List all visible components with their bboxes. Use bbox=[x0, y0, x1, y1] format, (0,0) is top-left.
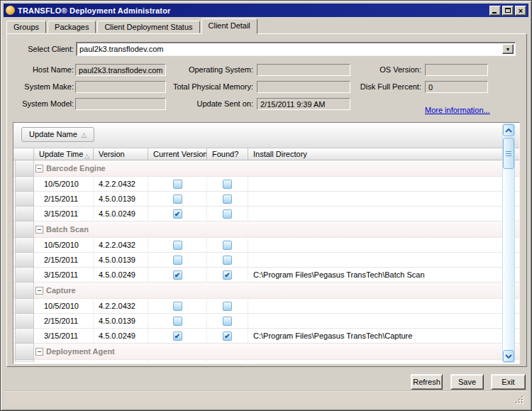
cell-update-time: 3/15/2011 bbox=[34, 329, 94, 343]
table-row[interactable]: 2/15/20114.5.0.0139 bbox=[13, 192, 519, 207]
scroll-up-button[interactable] bbox=[503, 124, 514, 136]
collapse-icon[interactable] bbox=[35, 226, 43, 234]
grid-body: Barcode Engine10/5/20104.2.2.04322/15/20… bbox=[13, 160, 519, 362]
maximize-button[interactable] bbox=[502, 6, 514, 16]
table-row[interactable]: 3/15/20114.5.0.0249✔ bbox=[13, 207, 519, 221]
row-indicator bbox=[15, 283, 34, 299]
group-header-row[interactable]: Batch Scan bbox=[13, 221, 519, 238]
maximize-icon bbox=[505, 8, 511, 13]
cell-install-directory bbox=[248, 314, 505, 328]
cell-update-time: 2/15/2011 bbox=[34, 192, 94, 206]
cell-version: 4.2.2.0432 bbox=[94, 299, 148, 313]
minimize-button[interactable] bbox=[489, 6, 501, 16]
table-row-partial bbox=[13, 360, 519, 362]
current-version-checkbox[interactable] bbox=[173, 317, 182, 326]
save-button[interactable]: Save bbox=[450, 374, 484, 390]
group-header-row[interactable]: Capture bbox=[13, 283, 519, 299]
title-bar: TRANSFLO® Deployment Administrator × bbox=[4, 4, 528, 17]
select-client-value: paul2k3.transflodev.com bbox=[79, 45, 163, 54]
current-version-checkbox[interactable] bbox=[173, 180, 182, 189]
header-row-indicator bbox=[15, 148, 34, 160]
group-by-update-name-button[interactable]: Update Name△ bbox=[21, 127, 94, 142]
sort-ascending-icon: △ bbox=[84, 150, 89, 160]
exit-button[interactable]: Exit bbox=[491, 374, 526, 390]
scroll-down-button[interactable] bbox=[503, 350, 514, 362]
collapse-icon[interactable] bbox=[35, 287, 43, 295]
row-indicator bbox=[15, 207, 34, 221]
cell bbox=[148, 360, 207, 362]
cell-install-directory bbox=[248, 177, 505, 191]
vertical-scrollbar[interactable] bbox=[502, 124, 515, 363]
close-button[interactable]: × bbox=[515, 6, 526, 16]
found-checkbox[interactable]: ✔ bbox=[223, 270, 232, 280]
tab-client-deployment-status[interactable]: Client Deployment Status bbox=[97, 21, 199, 33]
total-physical-memory-field[interactable] bbox=[257, 81, 350, 93]
cell-current-version bbox=[148, 192, 207, 206]
current-version-checkbox[interactable] bbox=[173, 241, 182, 250]
scroll-thumb[interactable] bbox=[503, 138, 514, 169]
table-row[interactable]: 10/5/20104.2.2.0432 bbox=[13, 238, 519, 253]
cell-version: 4.5.0.0139 bbox=[94, 192, 148, 206]
table-row[interactable]: 10/5/20104.2.2.0432 bbox=[13, 299, 519, 314]
table-row[interactable]: 2/15/20114.5.0.0139 bbox=[13, 253, 519, 268]
cell bbox=[34, 360, 94, 362]
cell-current-version: ✔ bbox=[148, 207, 207, 221]
found-checkbox[interactable] bbox=[223, 209, 232, 219]
cell-found bbox=[207, 299, 248, 313]
tab-packages[interactable]: Packages bbox=[48, 21, 96, 33]
table-row[interactable]: 2/15/20114.5.0.0139 bbox=[13, 314, 519, 329]
refresh-button[interactable]: Refresh bbox=[411, 374, 443, 390]
cell-current-version bbox=[148, 299, 207, 313]
cell bbox=[94, 360, 148, 362]
resize-grip-icon[interactable] bbox=[516, 396, 517, 398]
current-version-checkbox[interactable]: ✔ bbox=[173, 270, 182, 280]
operating-system-field[interactable] bbox=[257, 64, 350, 76]
select-client-dropdown-button[interactable]: ▼ bbox=[502, 44, 514, 54]
header-found[interactable]: Found? bbox=[207, 148, 248, 160]
found-checkbox[interactable] bbox=[223, 302, 232, 311]
current-version-checkbox[interactable] bbox=[173, 194, 182, 204]
group-header-row[interactable]: Barcode Engine bbox=[13, 160, 519, 177]
row-indicator bbox=[15, 268, 34, 283]
cell-version: 4.5.0.0249 bbox=[94, 329, 148, 343]
chevron-down-icon: ▼ bbox=[506, 47, 511, 52]
cell-version: 4.2.2.0432 bbox=[94, 238, 148, 252]
current-version-checkbox[interactable]: ✔ bbox=[173, 331, 182, 341]
current-version-checkbox[interactable] bbox=[173, 302, 182, 311]
found-checkbox[interactable] bbox=[223, 194, 232, 204]
system-make-label: System Make: bbox=[11, 82, 74, 92]
current-version-checkbox[interactable]: ✔ bbox=[173, 209, 182, 219]
collapse-icon[interactable] bbox=[35, 165, 43, 172]
found-checkbox[interactable] bbox=[223, 256, 232, 265]
collapse-icon[interactable] bbox=[35, 348, 43, 356]
column-label: Update Time bbox=[39, 150, 83, 158]
select-client-combobox[interactable]: paul2k3.transflodev.com ▼ bbox=[76, 42, 516, 56]
header-current-version[interactable]: Current Version? bbox=[148, 148, 207, 160]
table-row[interactable]: 3/15/20114.5.0.0249✔✔C:\Program Files\Pe… bbox=[13, 268, 519, 283]
group-name: Capture bbox=[46, 283, 76, 299]
tab-page-client-detail: Select Client: paul2k3.transflodev.com ▼… bbox=[6, 33, 527, 367]
cell-version: 4.5.0.0139 bbox=[94, 253, 148, 267]
found-checkbox[interactable] bbox=[223, 317, 232, 326]
os-version-field[interactable] bbox=[425, 64, 488, 76]
update-sent-on-field[interactable] bbox=[257, 98, 350, 110]
found-checkbox[interactable] bbox=[223, 241, 232, 250]
os-version-label: OS Version: bbox=[342, 65, 421, 75]
header-install-directory[interactable]: Install Directory bbox=[248, 148, 505, 160]
found-checkbox[interactable] bbox=[223, 180, 232, 189]
header-version[interactable]: Version bbox=[94, 148, 148, 160]
grid-header-row: Update Time△ Version Current Version? Fo… bbox=[13, 148, 519, 160]
tab-client-detail[interactable]: Client Detail bbox=[201, 18, 257, 34]
header-update-time[interactable]: Update Time△ bbox=[34, 148, 94, 160]
disk-full-percent-field[interactable] bbox=[425, 81, 488, 93]
more-information-link[interactable]: More information... bbox=[425, 106, 490, 114]
group-header-row[interactable]: Deployment Agent bbox=[13, 344, 519, 360]
found-checkbox[interactable]: ✔ bbox=[223, 331, 232, 341]
disk-full-percent-label: Disk Full Percent: bbox=[342, 82, 421, 92]
cell-found bbox=[207, 177, 248, 191]
table-row[interactable]: 10/5/20104.2.2.0432 bbox=[13, 177, 519, 192]
table-row[interactable]: 3/15/20114.5.0.0249✔✔C:\Program Files\Pe… bbox=[13, 329, 519, 344]
tab-groups[interactable]: Groups bbox=[6, 21, 46, 33]
column-label: Found? bbox=[212, 150, 238, 158]
current-version-checkbox[interactable] bbox=[173, 256, 182, 265]
